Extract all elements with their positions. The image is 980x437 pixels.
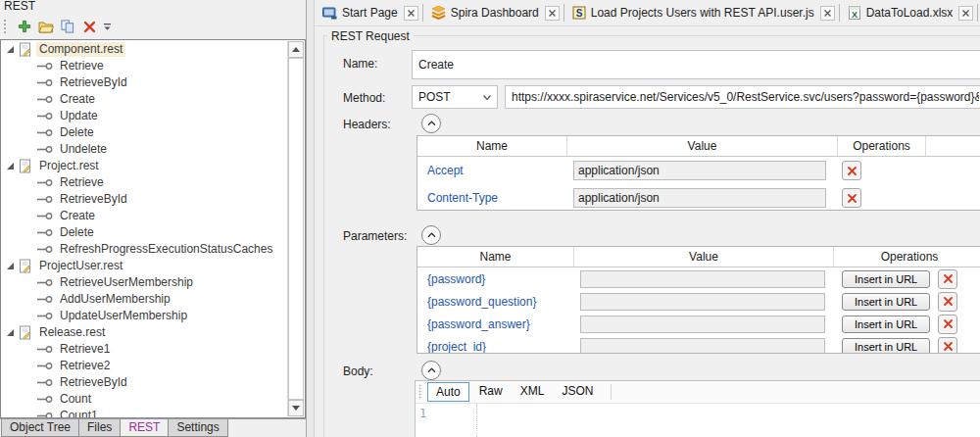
tree-item-retrievebyid[interactable]: RetrieveById (1, 191, 287, 208)
toolbar-grip-handle[interactable] (3, 18, 8, 35)
tab-datatoload-xlsx[interactable]: XDataToLoad.xlsx (843, 0, 958, 26)
tree-item-component-rest[interactable]: Component.rest (1, 41, 287, 58)
column-header-operations: Operations (838, 136, 926, 156)
tab-close-button[interactable] (404, 6, 418, 21)
tree-item-delete[interactable]: Delete (1, 224, 287, 241)
tree-item-delete[interactable]: Delete (1, 124, 287, 141)
userjs-icon: S (572, 6, 586, 20)
panel-splitter[interactable] (306, 0, 315, 437)
param-name-link[interactable]: {password} (417, 272, 485, 286)
tree-item-update[interactable]: Update (1, 108, 287, 124)
tree-item-retrieve[interactable]: Retrieve (1, 58, 287, 74)
open-rest-file-button[interactable] (35, 17, 57, 36)
panel-tab-rest[interactable]: REST (120, 419, 169, 437)
column-header-filler (926, 136, 980, 156)
body-format-toolbar: AutoRawXMLJSON (416, 381, 980, 404)
param-ops-cell: Insert in URL (834, 335, 980, 354)
param-name-link[interactable]: {password_answer} (417, 317, 530, 331)
tree-item-retrievebyid[interactable]: RetrieveById (1, 374, 287, 391)
body-code-editor[interactable]: 1 (416, 404, 980, 437)
scrollbar-thumb[interactable] (288, 58, 304, 400)
tree-expander-icon[interactable] (7, 329, 14, 336)
tab-start-page[interactable]: Start Page (318, 0, 403, 26)
tree-expander-icon[interactable] (7, 46, 14, 53)
body-tab-xml[interactable]: XML (513, 382, 553, 402)
parameters-collapse-button[interactable] (421, 225, 441, 245)
tree-item-retrieve1[interactable]: Retrieve1 (1, 341, 287, 358)
tree-item-create[interactable]: Create (1, 208, 287, 224)
tree-item-retrieve[interactable]: Retrieve (1, 174, 287, 191)
method-icon (36, 212, 53, 220)
headers-table: NameValueOperationsAcceptContent-Type (416, 135, 980, 211)
header-value-input[interactable] (573, 188, 826, 208)
request-url-input[interactable] (505, 85, 980, 109)
insert-in-url-button[interactable]: Insert in URL (842, 270, 930, 288)
tree-item-projectuser-rest[interactable]: ProjectUser.rest (1, 258, 287, 274)
delete-button[interactable] (78, 17, 100, 36)
tree-item-label: Retrieve (57, 59, 107, 73)
tree-item-retrievebyid[interactable]: RetrieveById (1, 74, 287, 91)
body-toolbar-grip-handle[interactable] (418, 384, 422, 400)
panel-tab-settings[interactable]: Settings (168, 419, 227, 437)
delete-header-button[interactable] (842, 188, 861, 208)
tree-expander-icon[interactable] (7, 263, 14, 269)
method-value: POST (418, 90, 451, 104)
tree-item-create[interactable]: Create (1, 91, 287, 108)
tree-expander-icon[interactable] (7, 163, 14, 170)
copy-button[interactable] (57, 17, 78, 36)
tree-item-updateusermembership[interactable]: UpdateUserMembership (1, 308, 287, 324)
scroll-down-button[interactable] (288, 400, 304, 416)
insert-in-url-button[interactable]: Insert in URL (842, 338, 930, 355)
parameters-table-header: NameValueOperations (417, 247, 980, 267)
delete-parameter-button[interactable] (938, 269, 957, 289)
tree-item-count1[interactable]: Count1 (1, 408, 287, 417)
header-name-link[interactable]: Content-Type (417, 191, 498, 205)
body-collapse-button[interactable] (421, 361, 441, 380)
tab-close-button[interactable] (545, 6, 560, 21)
tree-item-count[interactable]: Count (1, 391, 287, 408)
header-value-input[interactable] (573, 161, 826, 180)
param-value-input[interactable] (580, 293, 825, 311)
header-name-link[interactable]: Accept (417, 164, 464, 177)
panel-title: REST (4, 0, 35, 14)
method-icon (36, 78, 53, 87)
param-name-link[interactable]: {project_id} (417, 340, 486, 354)
param-value-cell (574, 290, 834, 313)
toolbar-overflow-button[interactable] (100, 17, 114, 36)
add-rest-file-button[interactable] (14, 17, 35, 36)
delete-parameter-button[interactable] (938, 315, 957, 334)
tab-close-button[interactable] (820, 6, 835, 21)
tree-scrollbar[interactable] (287, 41, 304, 416)
tab-load-projects-users-with-rest-api-user-js[interactable]: SLoad Projects Users with REST API.user.… (567, 0, 819, 26)
param-value-input[interactable] (580, 316, 825, 333)
scroll-up-button[interactable] (288, 41, 304, 58)
panel-tab-object-tree[interactable]: Object Tree (1, 419, 79, 437)
delete-header-button[interactable] (842, 161, 861, 180)
body-tab-auto[interactable]: Auto (427, 382, 469, 402)
body-tab-raw[interactable]: Raw (471, 382, 511, 402)
tree-item-addusermembership[interactable]: AddUserMembership (1, 291, 287, 308)
delete-parameter-button[interactable] (938, 337, 957, 355)
tree-item-refreshprogressexecutionstatuscaches[interactable]: RefreshProgressExecutionStatusCaches (1, 241, 287, 258)
headers-collapse-button[interactable] (421, 114, 441, 133)
param-name-link[interactable]: {password_question} (417, 295, 536, 309)
body-label: Body: (343, 364, 373, 378)
tree-item-undelete[interactable]: Undelete (1, 141, 287, 158)
tree-item-retrieve2[interactable]: Retrieve2 (1, 358, 287, 374)
tree-item-retrieveusermembership[interactable]: RetrieveUserMembership (1, 274, 287, 291)
param-value-input[interactable] (580, 270, 825, 288)
spira-dashboard-icon (431, 6, 446, 20)
body-tab-json[interactable]: JSON (554, 382, 601, 402)
param-value-input[interactable] (580, 338, 825, 355)
delete-parameter-button[interactable] (938, 292, 957, 312)
tree-item-release-rest[interactable]: Release.rest (1, 324, 287, 341)
request-name-input[interactable] (412, 50, 980, 79)
insert-in-url-button[interactable]: Insert in URL (842, 293, 930, 311)
method-icon (36, 145, 53, 154)
method-select[interactable]: POST (412, 85, 498, 109)
tree-item-project-rest[interactable]: Project.rest (1, 158, 287, 174)
tab-close-button[interactable] (958, 6, 973, 21)
insert-in-url-button[interactable]: Insert in URL (842, 316, 930, 333)
panel-tab-files[interactable]: Files (78, 419, 121, 437)
tab-spira-dashboard[interactable]: Spira Dashboard (426, 0, 544, 26)
